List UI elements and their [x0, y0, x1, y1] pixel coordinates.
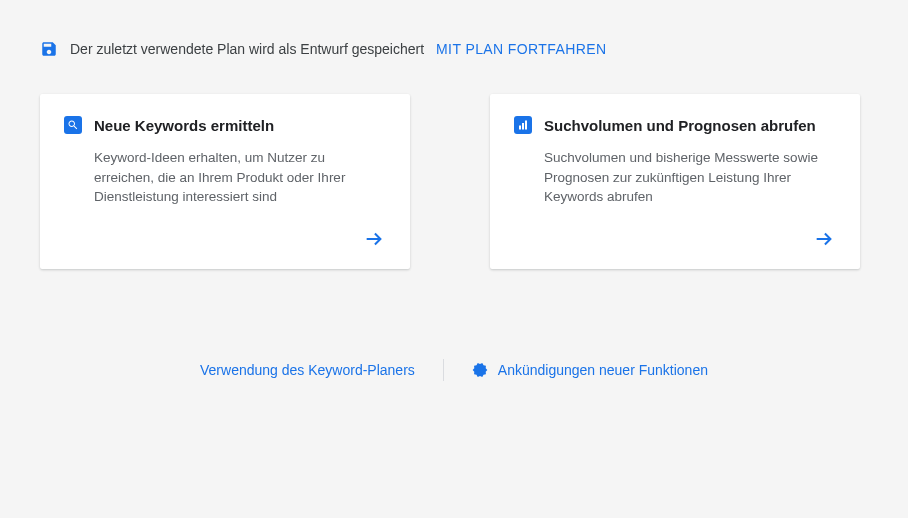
new-releases-icon: [472, 362, 488, 378]
notice-text: Der zuletzt verwendete Plan wird als Ent…: [70, 41, 424, 57]
usage-link[interactable]: Verwendung des Keyword-Planers: [172, 362, 443, 378]
card-header: Suchvolumen und Prognosen abrufen: [514, 116, 836, 134]
save-icon: [40, 40, 58, 58]
continue-plan-link[interactable]: MIT PLAN FORTFAHREN: [436, 41, 606, 57]
card-title: Neue Keywords ermitteln: [94, 117, 274, 134]
usage-link-label: Verwendung des Keyword-Planers: [200, 362, 415, 378]
search-icon: [64, 116, 82, 134]
cards-row: Neue Keywords ermitteln Keyword-Ideen er…: [40, 94, 868, 269]
card-description: Keyword-Ideen erhalten, um Nutzer zu err…: [94, 148, 386, 207]
arrow-right-icon: [362, 227, 386, 251]
footer-links: Verwendung des Keyword-Planers Ankündigu…: [40, 359, 868, 381]
card-description: Suchvolumen und bisherige Messwerte sowi…: [544, 148, 836, 207]
bar-chart-icon: [514, 116, 532, 134]
card-header: Neue Keywords ermitteln: [64, 116, 386, 134]
arrow-right-icon: [812, 227, 836, 251]
search-volume-card[interactable]: Suchvolumen und Prognosen abrufen Suchvo…: [490, 94, 860, 269]
announcements-link[interactable]: Ankündigungen neuer Funktionen: [444, 362, 736, 378]
notice-bar: Der zuletzt verwendete Plan wird als Ent…: [40, 40, 868, 58]
svg-rect-3: [525, 121, 527, 130]
announcements-link-label: Ankündigungen neuer Funktionen: [498, 362, 708, 378]
svg-rect-1: [519, 126, 521, 130]
card-title: Suchvolumen und Prognosen abrufen: [544, 117, 816, 134]
svg-rect-2: [522, 123, 524, 130]
discover-keywords-card[interactable]: Neue Keywords ermitteln Keyword-Ideen er…: [40, 94, 410, 269]
